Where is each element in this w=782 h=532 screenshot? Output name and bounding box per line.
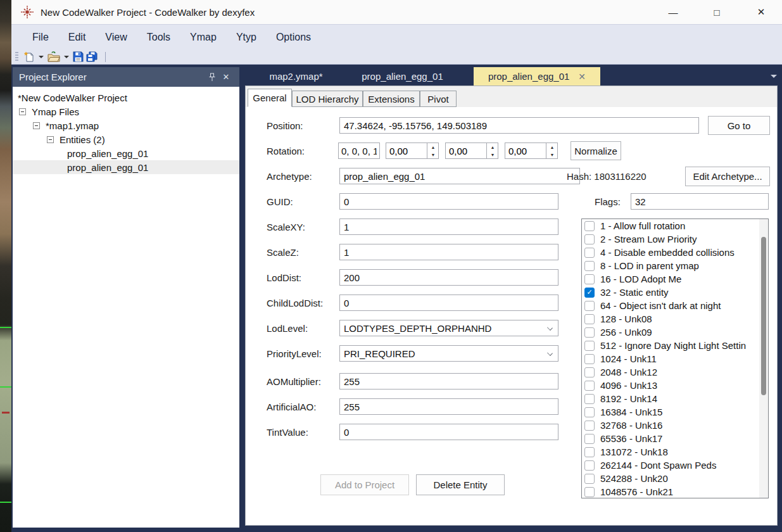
menu-edit[interactable]: Edit xyxy=(66,30,88,44)
maximize-button[interactable]: □ xyxy=(702,0,731,24)
rotation-x-stepper[interactable]: ▲▼ xyxy=(386,142,439,159)
flag-item[interactable]: 4096 - Unk13 xyxy=(582,379,768,392)
rotation-y-stepper[interactable]: ▲▼ xyxy=(445,142,498,159)
tintvalue-input[interactable] xyxy=(339,424,558,440)
stepper-down-icon[interactable]: ▼ xyxy=(487,151,498,158)
checkbox[interactable] xyxy=(584,341,595,351)
open-folder-dropdown-icon[interactable] xyxy=(64,56,69,58)
aomultiplier-input[interactable] xyxy=(339,373,558,390)
collapse-expander-icon[interactable] xyxy=(33,122,40,129)
checkbox[interactable] xyxy=(584,221,595,231)
prioritylevel-select[interactable]: PRI_REQUIRED xyxy=(339,345,558,362)
menu-ymap[interactable]: Ymap xyxy=(188,30,218,44)
flag-item[interactable]: 64 - Object isn't dark at night xyxy=(582,299,768,312)
checkbox[interactable] xyxy=(584,434,595,444)
flags-input[interactable] xyxy=(631,193,769,210)
add-to-project-button[interactable]: Add to Project xyxy=(320,474,409,495)
artificialao-input[interactable] xyxy=(339,398,558,415)
flag-item[interactable]: 524288 - Unk20 xyxy=(582,472,768,485)
flag-item[interactable]: 32 - Static entity xyxy=(582,286,768,299)
checkbox[interactable] xyxy=(584,474,595,484)
tab-general[interactable]: General xyxy=(248,89,292,107)
rotation-z-stepper[interactable]: ▲▼ xyxy=(505,142,558,159)
edit-archetype-button[interactable]: Edit Archetype... xyxy=(685,167,770,186)
lodlevel-select[interactable]: LODTYPES_DEPTH_ORPHANHD xyxy=(339,320,558,336)
tab-list-dropdown-icon[interactable] xyxy=(771,75,777,78)
checkbox[interactable] xyxy=(584,288,595,298)
checkbox[interactable] xyxy=(584,487,595,497)
checkbox[interactable] xyxy=(584,234,595,244)
goto-button[interactable]: Go to xyxy=(708,116,770,135)
loddist-input[interactable] xyxy=(339,269,558,286)
rotation-y-input[interactable] xyxy=(446,143,486,158)
close-button[interactable]: ✕ xyxy=(747,0,776,24)
stepper-up-icon[interactable]: ▲ xyxy=(546,143,558,151)
menu-file[interactable]: File xyxy=(30,30,51,44)
tree-item-project[interactable]: *New CodeWalker Project xyxy=(13,91,239,104)
tab-close-icon[interactable]: ✕ xyxy=(578,72,586,82)
checkbox[interactable] xyxy=(584,460,595,471)
archetype-input[interactable] xyxy=(339,168,580,184)
tab-prop-alien-egg-2-active[interactable]: prop_alien_egg_01 ✕ xyxy=(474,67,600,86)
minimize-button[interactable]: — xyxy=(659,0,688,24)
pin-icon[interactable] xyxy=(205,71,219,84)
new-project-dropdown-icon[interactable] xyxy=(39,56,44,58)
close-panel-icon[interactable]: ✕ xyxy=(219,71,233,84)
flag-item[interactable]: 8 - LOD in parent ymap xyxy=(582,259,768,272)
checkbox[interactable] xyxy=(584,447,595,457)
tab-lod-hierarchy[interactable]: LOD Hierarchy xyxy=(292,91,363,107)
rotation-x-input[interactable] xyxy=(386,143,427,158)
flag-item[interactable]: 128 - Unk08 xyxy=(582,312,768,326)
scalez-input[interactable] xyxy=(339,244,558,260)
flag-item[interactable]: 4 - Disable embedded collisions xyxy=(582,246,768,259)
menu-view[interactable]: View xyxy=(103,30,129,44)
checkbox[interactable] xyxy=(584,274,595,284)
scrollbar-thumb[interactable] xyxy=(761,237,766,395)
position-input[interactable] xyxy=(339,117,699,134)
flag-item[interactable]: 32768 - Unk16 xyxy=(582,419,768,432)
flag-item[interactable]: 16 - LOD Adopt Me xyxy=(582,272,768,286)
save-all-icon[interactable] xyxy=(86,51,99,62)
delete-entity-button[interactable]: Delete Entity xyxy=(416,474,505,495)
tab-prop-alien-egg-1[interactable]: prop_alien_egg_01 xyxy=(350,67,455,86)
tree-item-map1-ymap[interactable]: *map1.ymap xyxy=(13,118,239,132)
guid-input[interactable] xyxy=(339,193,558,210)
checkbox[interactable] xyxy=(584,261,595,271)
rotation-z-input[interactable] xyxy=(505,143,546,158)
flag-item[interactable]: 2 - Stream Low Priority xyxy=(582,232,768,246)
checkbox[interactable] xyxy=(584,327,595,338)
tab-map2-ymap[interactable]: map2.ymap* xyxy=(250,67,342,86)
tree-item-entity-1[interactable]: prop_alien_egg_01 xyxy=(13,146,239,160)
menu-options[interactable]: Options xyxy=(274,30,313,44)
flag-item[interactable]: 1048576 - Unk21 xyxy=(582,485,768,498)
tree-item-ymap-files[interactable]: Ymap Files xyxy=(13,104,239,118)
flag-item[interactable]: 1 - Allow full rotation xyxy=(582,219,768,232)
flag-item[interactable]: 262144 - Dont Spawn Peds xyxy=(582,459,768,472)
checkbox[interactable] xyxy=(584,248,595,258)
collapse-expander-icon[interactable] xyxy=(19,108,26,115)
flag-item[interactable]: 1024 - Unk11 xyxy=(582,352,768,365)
checkbox[interactable] xyxy=(584,381,595,391)
stepper-up-icon[interactable]: ▲ xyxy=(427,143,439,151)
childloddist-input[interactable] xyxy=(339,294,558,311)
normalize-button[interactable]: Normalize xyxy=(571,141,621,160)
checkbox[interactable] xyxy=(584,421,595,431)
scalexy-input[interactable] xyxy=(339,218,558,235)
stepper-up-icon[interactable]: ▲ xyxy=(487,143,498,151)
flag-item[interactable]: 8192 - Unk14 xyxy=(582,392,768,405)
checkbox[interactable] xyxy=(584,354,595,364)
flag-item[interactable]: 16384 - Unk15 xyxy=(582,405,768,419)
menu-tools[interactable]: Tools xyxy=(145,30,172,44)
tab-extensions[interactable]: Extensions xyxy=(363,91,420,107)
new-project-icon[interactable] xyxy=(23,51,35,62)
save-icon[interactable] xyxy=(73,51,84,62)
flag-item[interactable]: 65536 - Unk17 xyxy=(582,432,768,445)
checkbox[interactable] xyxy=(584,301,595,311)
checkbox[interactable] xyxy=(584,367,595,377)
stepper-down-icon[interactable]: ▼ xyxy=(427,151,439,158)
checkbox[interactable] xyxy=(584,407,595,417)
checkbox[interactable] xyxy=(584,394,595,404)
tree-item-entities[interactable]: Entities (2) xyxy=(13,132,239,146)
flag-item[interactable]: 512 - Ignore Day Night Light Settin xyxy=(582,339,768,352)
rotation-quaternion-input[interactable] xyxy=(338,142,380,159)
